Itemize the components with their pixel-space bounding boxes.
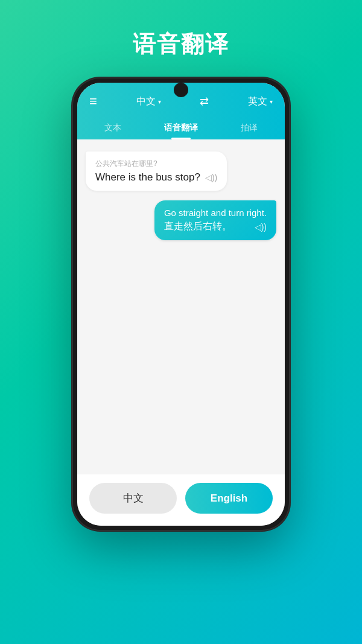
tab-text[interactable]: 文本 bbox=[95, 118, 131, 139]
lang-right-chevron: ▾ bbox=[270, 98, 273, 105]
phone-frame: ≡ 中文 ▾ ⇄ 英文 ▾ 文本 语音翻译 拍译 bbox=[72, 78, 290, 531]
phone-screen: ≡ 中文 ▾ ⇄ 英文 ▾ 文本 语音翻译 拍译 bbox=[77, 83, 285, 526]
chinese-button[interactable]: 中文 bbox=[89, 483, 177, 514]
message-bubble-right: Go straight and turn right. 直走然后右转。 ◁)) bbox=[154, 200, 276, 240]
sound-icon-right[interactable]: ◁)) bbox=[255, 222, 267, 232]
bubble-left-maintext: Where is the bus stop? ◁)) bbox=[95, 171, 217, 183]
sound-icon-left[interactable]: ◁)) bbox=[205, 173, 217, 182]
lang-left-label: 中文 bbox=[136, 95, 156, 108]
page-title: 语音翻译 bbox=[133, 29, 229, 60]
bubble-right-bottom-row: 直走然后右转。 ◁)) bbox=[164, 220, 267, 233]
message-bubble-left: 公共汽车站在哪里? Where is the bus stop? ◁)) bbox=[86, 151, 227, 191]
lang-left-chevron: ▾ bbox=[158, 98, 161, 105]
swap-languages-icon[interactable]: ⇄ bbox=[200, 95, 209, 108]
phone-notch bbox=[174, 83, 188, 97]
tab-photo-translate[interactable]: 拍译 bbox=[231, 118, 267, 139]
lang-left-selector[interactable]: 中文 ▾ bbox=[136, 95, 161, 108]
tab-voice-translate[interactable]: 语音翻译 bbox=[154, 118, 208, 139]
chat-area: 公共汽车站在哪里? Where is the bus stop? ◁)) Go … bbox=[77, 139, 285, 474]
bubble-right-subtext: 直走然后右转。 bbox=[164, 220, 232, 233]
bottom-bar: 中文 English bbox=[77, 474, 285, 526]
english-button[interactable]: English bbox=[185, 483, 273, 514]
bubble-left-subtext: 公共汽车站在哪里? bbox=[95, 159, 217, 169]
menu-icon[interactable]: ≡ bbox=[89, 94, 97, 109]
tab-bar: 文本 语音翻译 拍译 bbox=[77, 118, 285, 139]
bubble-right-maintext: Go straight and turn right. bbox=[164, 208, 267, 218]
lang-right-label: 英文 bbox=[248, 95, 267, 108]
lang-right-selector[interactable]: 英文 ▾ bbox=[248, 95, 273, 108]
